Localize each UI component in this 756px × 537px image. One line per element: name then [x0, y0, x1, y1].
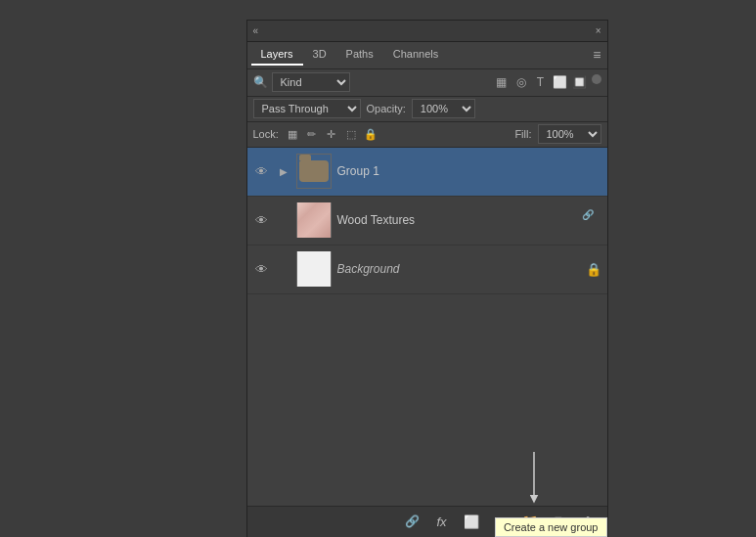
tabs-bar: Layers 3D Paths Channels ≡	[247, 42, 607, 69]
opacity-label: Opacity:	[367, 103, 406, 114]
add-mask-button[interactable]: ⬜	[461, 511, 482, 532]
title-bar-icons: ×	[596, 25, 601, 36]
kind-select[interactable]: Kind	[272, 72, 350, 92]
layers-list: 👁 ▶ Group 1 👁 Wood Textures 🔗 👁 Backgrou…	[247, 148, 607, 447]
filter-row: 🔍 Kind ▦ ◎ T ⬜ 🔲	[247, 69, 607, 97]
lock-pixels-icon[interactable]: ▦	[285, 126, 300, 142]
pixel-filter-icon[interactable]: ▦	[494, 74, 510, 90]
visibility-eye-group1[interactable]: 👁	[253, 162, 271, 180]
lock-icons: ▦ ✏ ✛ ⬚ 🔒	[285, 126, 378, 142]
lock-label: Lock:	[253, 128, 279, 140]
link-icon: 🔗	[582, 209, 594, 220]
tooltip-new-group: Create a new group	[495, 517, 607, 537]
lock-move-icon[interactable]: ✛	[324, 126, 339, 142]
layer-name-group1: Group 1	[337, 164, 601, 178]
layer-background[interactable]: 👁 Background 🔒	[247, 246, 607, 294]
layer-name-bg: Background	[337, 262, 586, 276]
lock-artboard-icon[interactable]: ⬚	[343, 126, 359, 142]
lock-row: Lock: ▦ ✏ ✛ ⬚ 🔒 Fill: 100%	[247, 122, 607, 148]
expand-icon-group1[interactable]: ▶	[277, 164, 290, 178]
blend-mode-select[interactable]: Pass Through Normal Multiply	[253, 99, 361, 118]
wood-thumbnail-image	[297, 202, 331, 238]
bottom-area: 🔗 fx ⬜ ◉ 📁 ⧉ 🗑 Create a new group	[247, 447, 607, 537]
lock-all-icon[interactable]: 🔒	[363, 126, 378, 142]
smartobj-filter-icon[interactable]: 🔲	[572, 74, 588, 90]
fill-select[interactable]: 100%	[538, 124, 601, 144]
opacity-select[interactable]: 100%	[412, 99, 475, 118]
lock-brush-icon[interactable]: ✏	[304, 126, 320, 142]
shape-filter-icon[interactable]: ⬜	[553, 74, 568, 90]
layers-panel: « × Layers 3D Paths Channels ≡ 🔍 Kind ▦ …	[246, 20, 608, 538]
tab-channels[interactable]: Channels	[383, 44, 448, 66]
layer-group1[interactable]: 👁 ▶ Group 1	[247, 148, 607, 197]
title-bar: « ×	[247, 21, 607, 42]
bg-thumbnail-image	[297, 251, 331, 287]
fx-button[interactable]: fx	[431, 511, 453, 532]
filter-toggle[interactable]	[592, 74, 601, 84]
adjustment-filter-icon[interactable]: ◎	[513, 74, 529, 90]
blend-row: Pass Through Normal Multiply Opacity: 10…	[247, 97, 607, 122]
tab-paths[interactable]: Paths	[336, 44, 383, 66]
title-bar-left: «	[253, 25, 259, 36]
layer-wood[interactable]: 👁 Wood Textures 🔗	[247, 197, 607, 246]
layer-name-wood: Wood Textures	[337, 213, 586, 227]
filter-icons: ▦ ◎ T ⬜ 🔲	[494, 74, 601, 90]
link-layers-button[interactable]: 🔗	[402, 511, 423, 532]
search-icon: 🔍	[253, 75, 268, 89]
folder-icon	[299, 160, 329, 182]
fill-label: Fill:	[514, 128, 531, 140]
collapse-icon[interactable]: «	[253, 25, 259, 36]
arrow-indicator	[524, 452, 544, 506]
visibility-eye-wood[interactable]: 👁	[253, 211, 271, 229]
visibility-eye-bg[interactable]: 👁	[253, 260, 271, 278]
tab-3d[interactable]: 3D	[303, 44, 336, 66]
panel-menu-icon[interactable]: ≡	[593, 47, 600, 63]
thumbnail-bg	[296, 251, 332, 287]
background-lock-icon: 🔒	[586, 262, 601, 277]
type-filter-icon[interactable]: T	[533, 74, 549, 90]
tab-layers[interactable]: Layers	[251, 44, 303, 66]
thumbnail-group1	[296, 154, 332, 189]
close-icon[interactable]: ×	[596, 25, 601, 36]
thumbnail-wood	[296, 202, 332, 238]
